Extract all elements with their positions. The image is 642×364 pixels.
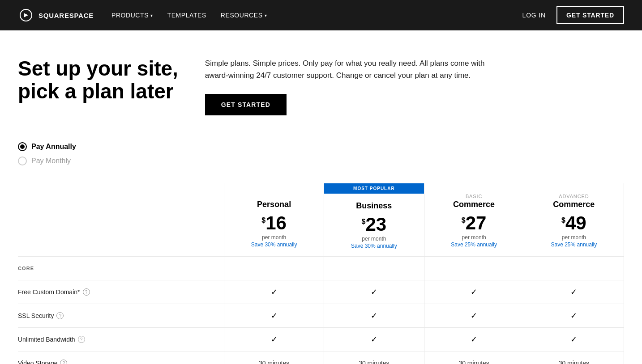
plan-amount-personal: 16 bbox=[265, 214, 287, 233]
plan-col-personal: Personal $ 16 per month Save 30% annuall… bbox=[224, 183, 324, 256]
plan-tier-commerce-advanced: ADVANCED bbox=[559, 194, 589, 199]
hero-description: Simple plans. Simple prices. Only pay fo… bbox=[205, 57, 492, 81]
get-started-nav-button[interactable]: GET STARTED bbox=[556, 6, 624, 24]
pay-monthly-radio[interactable] bbox=[18, 157, 27, 165]
plan-period-business: per month bbox=[362, 236, 386, 242]
plan-cell-business: ✓ bbox=[324, 328, 424, 351]
plan-price-commerce-basic: $ 27 bbox=[462, 214, 487, 233]
feature-name: Free Custom Domain* bbox=[18, 288, 80, 296]
nav-templates[interactable]: TEMPLATES bbox=[167, 12, 206, 19]
feature-value: 30 minutes bbox=[259, 360, 289, 364]
plan-cell-commerce-advanced: 30 minutes bbox=[524, 351, 624, 364]
plan-price-commerce-advanced: $ 49 bbox=[561, 214, 586, 233]
nav-resources[interactable]: RESOURCES ▾ bbox=[221, 12, 267, 19]
plan-cell-commerce-basic: 30 minutes bbox=[424, 351, 524, 364]
feature-name: Unlimited Bandwidth bbox=[18, 336, 75, 343]
login-button[interactable]: LOG IN bbox=[522, 12, 546, 19]
help-icon[interactable]: ? bbox=[78, 336, 85, 343]
plan-col-business: MOST POPULAR Business $ 23 per month Sav… bbox=[324, 183, 424, 256]
plan-cell-personal: ✓ bbox=[224, 328, 324, 351]
pricing-section: Pay Annually Pay Monthly Personal $ 16 p… bbox=[0, 133, 642, 364]
pay-annually-label: Pay Annually bbox=[31, 143, 76, 151]
plan-period-commerce-advanced: per month bbox=[562, 234, 586, 241]
feature-name-cell: Video Storage ? bbox=[18, 355, 224, 364]
plan-savings-commerce-basic: Save 25% annually bbox=[451, 241, 497, 248]
plan-name-commerce-basic: Commerce bbox=[453, 200, 495, 209]
plan-header-personal: Personal $ 16 per month Save 30% annuall… bbox=[224, 183, 324, 255]
plan-cell-commerce-basic: ✓ bbox=[424, 280, 524, 304]
feature-value: 30 minutes bbox=[458, 360, 489, 364]
hero-right: Simple plans. Simple prices. Only pay fo… bbox=[205, 57, 624, 115]
plan-dollar-personal: $ bbox=[261, 216, 265, 224]
plan-price-personal: $ 16 bbox=[261, 214, 287, 233]
help-icon[interactable]: ? bbox=[56, 312, 64, 319]
plan-cell-commerce-basic: ✓ bbox=[424, 304, 524, 327]
plan-header-commerce-basic: BASIC Commerce $ 27 per month Save 25% a… bbox=[424, 183, 524, 255]
plan-dollar-commerce-basic: $ bbox=[462, 216, 466, 224]
checkmark-icon: ✓ bbox=[471, 334, 477, 344]
feature-column bbox=[18, 183, 224, 256]
plan-header-business: Business $ 23 per month Save 30% annuall… bbox=[324, 183, 424, 256]
plan-amount-business: 23 bbox=[365, 215, 386, 234]
most-popular-badge: MOST POPULAR bbox=[324, 183, 424, 194]
plan-period-personal: per month bbox=[262, 234, 286, 241]
logo[interactable]: SQUARESPACE bbox=[18, 7, 94, 23]
checkmark-icon: ✓ bbox=[371, 287, 377, 297]
navbar: SQUARESPACE PRODUCTS ▾ TEMPLATES RESOURC… bbox=[0, 0, 642, 30]
nav-links: PRODUCTS ▾ TEMPLATES RESOURCES ▾ bbox=[111, 12, 267, 19]
plan-cell-commerce-advanced: ✓ bbox=[524, 304, 624, 327]
plan-name-commerce-advanced: Commerce bbox=[553, 200, 595, 209]
get-started-hero-button[interactable]: GET STARTED bbox=[205, 94, 287, 115]
feature-row: Unlimited Bandwidth ? ✓✓✓✓ bbox=[18, 327, 624, 351]
chevron-down-icon: ▾ bbox=[150, 13, 153, 18]
navbar-right: LOG IN GET STARTED bbox=[522, 6, 624, 24]
plan-col-commerce-advanced: ADVANCED Commerce $ 49 per month Save 25… bbox=[524, 183, 624, 256]
plan-savings-personal: Save 30% annually bbox=[251, 241, 297, 248]
plan-tier-commerce-basic: BASIC bbox=[466, 194, 482, 199]
plan-price-business: $ 23 bbox=[362, 215, 387, 234]
checkmark-icon: ✓ bbox=[271, 311, 278, 321]
feature-rows: CORE Free Custom Domain* ? ✓✓✓✓ SSL Secu… bbox=[18, 256, 624, 364]
plan-header-commerce-advanced: ADVANCED Commerce $ 49 per month Save 25… bbox=[524, 183, 624, 255]
section-cell-personal bbox=[224, 257, 324, 280]
navbar-left: SQUARESPACE PRODUCTS ▾ TEMPLATES RESOURC… bbox=[18, 7, 267, 23]
plan-name-business: Business bbox=[356, 201, 392, 211]
pricing-table: Personal $ 16 per month Save 30% annuall… bbox=[18, 183, 624, 256]
plan-col-commerce-basic: BASIC Commerce $ 27 per month Save 25% a… bbox=[424, 183, 524, 256]
feature-name-cell: Free Custom Domain* ? bbox=[18, 284, 224, 300]
checkmark-icon: ✓ bbox=[371, 334, 377, 344]
section-cell-commerce-basic bbox=[424, 257, 524, 280]
plan-amount-commerce-basic: 27 bbox=[466, 214, 487, 233]
help-icon[interactable]: ? bbox=[83, 288, 90, 296]
plan-cell-commerce-advanced: ✓ bbox=[524, 328, 624, 351]
feature-row: SSL Security ? ✓✓✓✓ bbox=[18, 304, 624, 327]
feature-value: 30 minutes bbox=[359, 360, 389, 364]
pay-monthly-label: Pay Monthly bbox=[31, 157, 71, 165]
checkmark-icon: ✓ bbox=[271, 287, 278, 297]
feature-row: Free Custom Domain* ? ✓✓✓✓ bbox=[18, 280, 624, 304]
checkmark-icon: ✓ bbox=[271, 334, 278, 344]
checkmark-icon: ✓ bbox=[371, 311, 377, 321]
plan-amount-commerce-advanced: 49 bbox=[565, 214, 586, 233]
section-label-cell: CORE bbox=[18, 261, 224, 275]
section-label: CORE bbox=[18, 266, 34, 271]
help-icon[interactable]: ? bbox=[60, 360, 67, 364]
nav-products[interactable]: PRODUCTS ▾ bbox=[111, 12, 153, 19]
plan-cell-business: 30 minutes bbox=[324, 351, 424, 364]
feature-name-cell: Unlimited Bandwidth ? bbox=[18, 331, 224, 347]
checkmark-icon: ✓ bbox=[471, 311, 477, 321]
billing-toggle: Pay Annually Pay Monthly bbox=[18, 142, 624, 165]
section-label-row: CORE bbox=[18, 256, 624, 280]
checkmark-icon: ✓ bbox=[570, 311, 577, 321]
pay-annually-radio[interactable] bbox=[18, 142, 27, 151]
plan-cell-personal: 30 minutes bbox=[224, 351, 324, 364]
plan-name-personal: Personal bbox=[257, 200, 291, 209]
pay-monthly-option[interactable]: Pay Monthly bbox=[18, 157, 624, 165]
section-cell-business bbox=[324, 257, 424, 280]
checkmark-icon: ✓ bbox=[471, 287, 477, 297]
plan-cell-business: ✓ bbox=[324, 304, 424, 327]
plan-cell-personal: ✓ bbox=[224, 304, 324, 327]
hero-left: Set up your site, pick a plan later bbox=[18, 57, 178, 102]
pay-annually-option[interactable]: Pay Annually bbox=[18, 142, 624, 151]
plan-savings-business: Save 30% annually bbox=[351, 243, 397, 249]
